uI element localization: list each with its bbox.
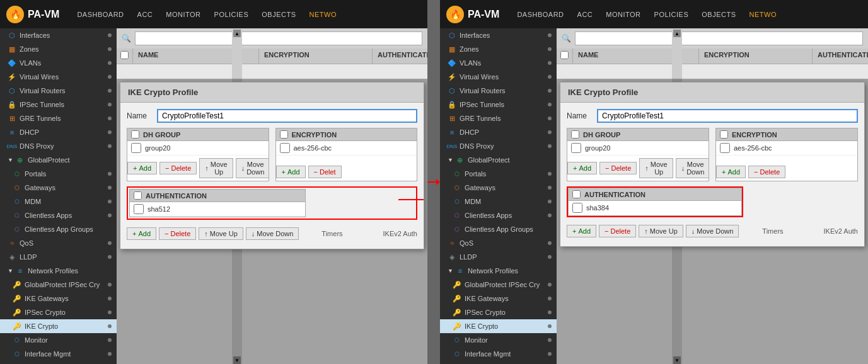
- left-nav-monitor[interactable]: MONITOR: [161, 8, 205, 21]
- right-auth-row-0[interactable]: sha384: [569, 201, 741, 215]
- left-dh-add-btn[interactable]: + Add: [127, 162, 157, 174]
- sidebar-item-qos[interactable]: ≈ QoS: [0, 236, 117, 250]
- sidebar-item-globalprotect[interactable]: ▼ ⊕ GlobalProtect: [0, 153, 117, 167]
- right-dh-group-checkbox[interactable]: [571, 130, 579, 139]
- scroll-up[interactable]: ▲: [233, 30, 241, 37]
- left-dh-move-up-btn[interactable]: ↑ Move Up: [199, 158, 233, 178]
- left-dh-move-down-btn[interactable]: ↓ Move Down: [236, 158, 269, 178]
- right-nav-policies[interactable]: POLICIES: [649, 8, 694, 21]
- left-auth-checkbox[interactable]: [134, 191, 142, 200]
- left-auth-add-btn[interactable]: + Add: [127, 227, 156, 240]
- left-auth-move-up-btn[interactable]: ↑ Move Up: [199, 227, 243, 240]
- left-nav-acc[interactable]: ACC: [132, 8, 158, 21]
- sidebar-item-zone-protection[interactable]: ⬡ Zone Protection: [0, 361, 117, 364]
- right-nav-monitor[interactable]: MONITOR: [601, 8, 645, 21]
- right-nav-objects[interactable]: OBJECTS: [697, 8, 741, 21]
- right-enc-delete-btn[interactable]: − Delete: [748, 166, 785, 178]
- left-nav-policies[interactable]: POLICIES: [209, 8, 254, 21]
- left-nav-network[interactable]: NETWO: [304, 8, 342, 21]
- right-encryption-checkbox[interactable]: [720, 130, 728, 139]
- right-sidebar-qos[interactable]: ≈ QoS: [440, 236, 557, 250]
- right-sidebar-gre-tunnels[interactable]: ⊞ GRE Tunnels: [440, 111, 557, 125]
- left-encryption-checkbox[interactable]: [280, 130, 288, 139]
- sidebar-item-vlans[interactable]: 🔷 VLANs: [0, 56, 117, 70]
- right-enc-row-0[interactable]: aes-256-cbc: [716, 141, 857, 156]
- sidebar-item-clientless-apps[interactable]: ⬡ Clientless Apps: [0, 208, 117, 222]
- right-sidebar-dns-proxy[interactable]: DNS DNS Proxy: [440, 139, 557, 153]
- left-auth-row-0[interactable]: sha512: [130, 202, 305, 217]
- sidebar-item-lldp[interactable]: ◈ LLDP: [0, 250, 117, 264]
- sidebar-item-gre-tunnels[interactable]: ⊞ GRE Tunnels: [0, 111, 117, 125]
- left-search-input[interactable]: [135, 31, 422, 45]
- right-scroll-up[interactable]: ▲: [673, 30, 681, 37]
- sidebar-item-virtual-wires[interactable]: ⚡ Virtual Wires: [0, 70, 117, 84]
- sidebar-item-clientless-app-groups[interactable]: ⬡ Clientless App Groups: [0, 222, 117, 236]
- sidebar-item-dns-proxy[interactable]: DNS DNS Proxy: [0, 139, 117, 153]
- sidebar-item-gateways[interactable]: ⬡ Gateways: [0, 181, 117, 195]
- left-enc-row-0[interactable]: aes-256-cbc: [276, 141, 417, 156]
- right-sidebar-ike-crypto[interactable]: 🔑 IKE Crypto: [440, 319, 557, 333]
- left-dh-group-row-0[interactable]: group20: [127, 141, 269, 156]
- sidebar-item-gp-ipsec-crypto[interactable]: 🔑 GlobalProtect IPSec Cry: [0, 278, 117, 292]
- right-sidebar-virtual-wires[interactable]: ⚡ Virtual Wires: [440, 70, 557, 84]
- right-enc-check-0[interactable]: [720, 143, 730, 153]
- sidebar-item-ipsec-tunnels[interactable]: 🔒 IPSec Tunnels: [0, 98, 117, 111]
- right-enc-add-btn[interactable]: + Add: [716, 166, 746, 178]
- sidebar-item-interfaces[interactable]: Interfaces: [0, 28, 117, 42]
- right-dh-move-down-btn[interactable]: ↓ Move Down: [676, 158, 709, 178]
- sidebar-item-ipsec-crypto[interactable]: 🔑 IPSec Crypto: [0, 305, 117, 319]
- right-sidebar-vlans[interactable]: 🔷 VLANs: [440, 56, 557, 70]
- sidebar-item-monitor-profile[interactable]: ⬡ Monitor: [0, 333, 117, 347]
- right-select-all[interactable]: [560, 51, 569, 59]
- right-nav-dashboard[interactable]: DASHBOARD: [512, 8, 569, 21]
- right-sidebar-mdm[interactable]: ⬡ MDM: [440, 195, 557, 208]
- right-auth-move-down-btn[interactable]: ↓ Move Down: [686, 225, 739, 237]
- right-sidebar-ipsec-tunnels[interactable]: 🔒 IPSec Tunnels: [440, 98, 557, 111]
- right-dh-move-up-btn[interactable]: ↑ Move Up: [639, 158, 673, 178]
- sidebar-item-portals[interactable]: ⬡ Portals: [0, 167, 117, 181]
- right-sidebar-zone-protection[interactable]: ⬡ Zone Protection: [440, 361, 557, 364]
- right-logo[interactable]: 🔥 PA-VM: [446, 6, 499, 23]
- right-sidebar-monitor-profile[interactable]: ⬡ Monitor: [440, 333, 557, 347]
- sidebar-item-mdm[interactable]: ⬡ MDM: [0, 195, 117, 208]
- right-sidebar-portals[interactable]: ⬡ Portals: [440, 167, 557, 181]
- left-enc-delete-btn[interactable]: − Delet: [308, 166, 342, 178]
- left-dh-delete-btn[interactable]: − Delete: [159, 162, 197, 174]
- right-sidebar-dhcp[interactable]: ≡ DHCP: [440, 125, 557, 139]
- right-auth-delete-btn[interactable]: − Delete: [599, 225, 636, 237]
- left-select-all[interactable]: [120, 51, 129, 59]
- right-sidebar-clientless-apps[interactable]: ⬡ Clientless Apps: [440, 208, 557, 222]
- left-nav-dashboard[interactable]: DASHBOARD: [72, 8, 129, 21]
- right-dh-group-row-0[interactable]: group20: [567, 141, 709, 156]
- right-sidebar-ike-gateways[interactable]: 🔑 IKE Gateways: [440, 292, 557, 305]
- right-sidebar-zones[interactable]: Zones: [440, 42, 557, 56]
- right-nav-acc[interactable]: ACC: [572, 8, 598, 21]
- sidebar-item-ike-crypto[interactable]: 🔑 IKE Crypto: [0, 319, 117, 333]
- left-enc-add-btn[interactable]: + Add: [276, 166, 306, 178]
- left-auth-move-down-btn[interactable]: ↓ Move Down: [246, 227, 299, 240]
- right-auth-check-0[interactable]: [572, 203, 582, 213]
- right-auth-checkbox[interactable]: [572, 190, 581, 198]
- right-auth-move-up-btn[interactable]: ↑ Move Up: [639, 225, 683, 237]
- right-dh-row-check-0[interactable]: [571, 143, 581, 153]
- right-dh-add-btn[interactable]: + Add: [567, 162, 597, 174]
- right-sidebar-interfaces[interactable]: Interfaces: [440, 28, 557, 42]
- right-search-input[interactable]: [575, 31, 863, 45]
- left-name-input[interactable]: [157, 109, 417, 123]
- right-sidebar-ipsec-crypto[interactable]: 🔑 IPSec Crypto: [440, 305, 557, 319]
- left-dh-group-checkbox[interactable]: [131, 130, 139, 139]
- right-sidebar-lldp[interactable]: ◈ LLDP: [440, 250, 557, 264]
- right-dh-delete-btn[interactable]: − Delete: [599, 162, 637, 174]
- left-enc-check-0[interactable]: [280, 143, 290, 153]
- right-sidebar-gateways[interactable]: ⬡ Gateways: [440, 181, 557, 195]
- right-sidebar-gp-ipsec-crypto[interactable]: 🔑 GlobalProtect IPSec Cry: [440, 278, 557, 292]
- right-nav-network[interactable]: NETWO: [744, 8, 782, 21]
- right-name-input[interactable]: [597, 109, 858, 123]
- sidebar-item-virtual-routers[interactable]: ⬡ Virtual Routers: [0, 84, 117, 98]
- sidebar-item-ike-gateways[interactable]: 🔑 IKE Gateways: [0, 292, 117, 305]
- right-sidebar-virtual-routers[interactable]: ⬡ Virtual Routers: [440, 84, 557, 98]
- sidebar-item-network-profiles[interactable]: ▼ ≡ Network Profiles: [0, 264, 117, 278]
- sidebar-item-zones[interactable]: Zones: [0, 42, 117, 56]
- right-sidebar-interface-mgmt[interactable]: ⬡ Interface Mgmt: [440, 347, 557, 361]
- left-auth-delete-btn[interactable]: − Delete: [159, 227, 196, 240]
